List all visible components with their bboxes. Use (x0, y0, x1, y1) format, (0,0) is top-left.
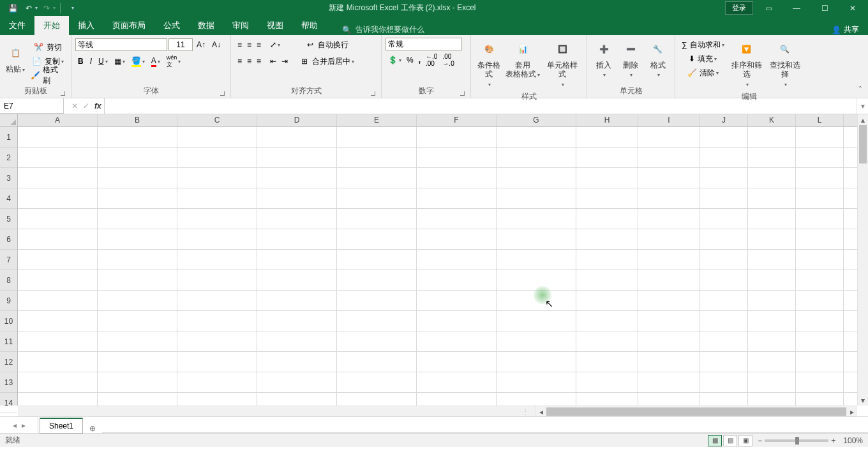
col-header-F[interactable]: F (417, 114, 497, 126)
expand-formula-bar[interactable]: ▾ (857, 98, 868, 114)
row-header-10[interactable]: 10 (0, 311, 17, 331)
save-button[interactable]: 💾 (5, 1, 20, 16)
row-header-6[interactable]: 6 (0, 229, 17, 250)
font-size-combo[interactable] (168, 38, 193, 51)
new-sheet-button[interactable]: ⊕ (83, 424, 102, 433)
increase-decimal-button[interactable]: ←.0.00 (423, 53, 440, 67)
collapse-ribbon-button[interactable]: ˆ (855, 85, 865, 95)
accounting-format-button[interactable]: 💲▾ (385, 53, 404, 67)
zoom-slider[interactable] (765, 439, 828, 442)
tab-formulas[interactable]: 公式 (154, 16, 189, 35)
share-button[interactable]: 👤 共享 (823, 24, 868, 35)
cell-styles-button[interactable]: 🔲 单元格样式▾ (542, 38, 582, 89)
merge-center-button[interactable]: ⊞合并后居中▾ (297, 54, 357, 68)
page-layout-view-button[interactable]: ▤ (723, 435, 737, 446)
close-button[interactable]: ✕ (840, 1, 865, 16)
scroll-right-button[interactable]: ▸ (846, 406, 857, 417)
normal-view-button[interactable]: ▦ (708, 435, 722, 446)
col-header-L[interactable]: L (796, 114, 844, 126)
align-left-button[interactable]: ≡ (235, 54, 244, 68)
col-header-A[interactable]: A (18, 114, 98, 126)
tab-page-layout[interactable]: 页面布局 (103, 16, 154, 35)
delete-cells-button[interactable]: ➖删除▾ (618, 38, 643, 80)
page-break-view-button[interactable]: ▣ (738, 435, 752, 446)
row-header-8[interactable]: 8 (0, 270, 17, 291)
horizontal-scrollbar[interactable]: ◂ ▸ (535, 406, 857, 416)
zoom-thumb[interactable] (795, 437, 799, 445)
tab-home[interactable]: 开始 (34, 16, 69, 35)
increase-font-button[interactable]: A↑ (194, 38, 208, 52)
fill-button[interactable]: ⬇填充▾ (679, 52, 727, 66)
row-header-1[interactable]: 1 (0, 127, 17, 148)
maximize-button[interactable]: ☐ (812, 1, 837, 16)
col-header-B[interactable]: B (98, 114, 177, 126)
decrease-font-button[interactable]: A↓ (209, 38, 223, 52)
align-right-button[interactable]: ≡ (254, 54, 264, 68)
conditional-format-button[interactable]: 🎨 条件格式▾ (475, 38, 503, 89)
orientation-button[interactable]: ⤢▾ (267, 38, 283, 52)
align-middle-button[interactable]: ≡ (244, 38, 254, 52)
hscroll-thumb[interactable] (546, 407, 846, 416)
tab-file[interactable]: 文件 (0, 16, 34, 35)
row-header-14[interactable]: 14 (0, 393, 17, 413)
enter-formula-button[interactable]: ✓ (83, 102, 89, 110)
col-header-G[interactable]: G (497, 114, 576, 126)
bold-button[interactable]: B (75, 54, 86, 68)
decrease-indent-button[interactable]: ⇤ (267, 54, 279, 68)
hscroll-split[interactable]: ⋮ (18, 406, 535, 416)
row-header-9[interactable]: 9 (0, 291, 17, 311)
percent-button[interactable]: % (404, 53, 416, 67)
row-header-11[interactable]: 11 (0, 331, 17, 352)
scroll-down-button[interactable]: ▾ (858, 395, 868, 406)
insert-cells-button[interactable]: ➕插入▾ (591, 38, 617, 80)
cut-button[interactable]: ✂️剪切 (28, 40, 67, 54)
zoom-level[interactable]: 100% (843, 436, 863, 445)
col-header-H[interactable]: H (576, 114, 638, 126)
number-launcher[interactable] (458, 89, 465, 96)
minimize-button[interactable]: — (784, 1, 809, 16)
alignment-launcher[interactable] (368, 89, 376, 96)
select-all-corner[interactable] (0, 114, 18, 127)
align-bottom-button[interactable]: ≡ (254, 38, 264, 52)
font-launcher[interactable] (218, 89, 225, 96)
ribbon-display-options[interactable]: ▭ (756, 1, 781, 16)
number-format-combo[interactable] (385, 38, 462, 50)
find-select-button[interactable]: 🔍查找和选择▾ (767, 38, 804, 89)
format-painter-button[interactable]: 🖌️格式刷 (28, 68, 67, 82)
autosum-button[interactable]: ∑自动求和▾ (679, 38, 727, 52)
name-box[interactable]: ▾ (0, 98, 64, 114)
undo-button[interactable]: ↶▾ (23, 1, 38, 16)
login-button[interactable]: 登录 (725, 1, 753, 15)
decrease-decimal-button[interactable]: .00→.0 (440, 53, 456, 67)
row-header-2[interactable]: 2 (0, 148, 17, 168)
col-header-I[interactable]: I (638, 114, 700, 126)
col-header-D[interactable]: D (257, 114, 337, 126)
col-header-J[interactable]: J (700, 114, 748, 126)
border-button[interactable]: ▦▾ (112, 54, 128, 68)
align-center-button[interactable]: ≡ (244, 54, 254, 68)
row-header-3[interactable]: 3 (0, 168, 17, 188)
row-header-12[interactable]: 12 (0, 352, 17, 372)
align-top-button[interactable]: ≡ (235, 38, 244, 52)
tab-review[interactable]: 审阅 (223, 16, 258, 35)
qat-customize[interactable]: ▾ (64, 1, 80, 16)
row-header-13[interactable]: 13 (0, 372, 17, 393)
redo-button[interactable]: ↷▾ (41, 1, 56, 16)
row-header-7[interactable]: 7 (0, 250, 17, 270)
vscroll-thumb[interactable] (859, 125, 867, 163)
scroll-up-button[interactable]: ▴ (858, 114, 868, 125)
font-color-button[interactable]: A▾ (149, 54, 163, 68)
col-header-K[interactable]: K (748, 114, 796, 126)
sheet-nav[interactable]: ◂▸ (0, 417, 38, 433)
cells-area[interactable]: ↖ (18, 127, 857, 406)
table-format-button[interactable]: 📊 套用 表格格式▾ (504, 38, 541, 80)
clipboard-launcher[interactable] (58, 89, 66, 96)
zoom-out-button[interactable]: − (758, 436, 762, 445)
col-header-C[interactable]: C (177, 114, 257, 126)
tell-me[interactable]: 🔍 告诉我你想要做什么 (342, 24, 424, 35)
sort-filter-button[interactable]: 🔽排序和筛选▾ (728, 38, 765, 89)
tab-insert[interactable]: 插入 (69, 16, 103, 35)
scroll-left-button[interactable]: ◂ (535, 406, 546, 417)
fx-button[interactable]: fx (94, 102, 101, 110)
sheet-tab-1[interactable]: Sheet1 (40, 418, 83, 434)
